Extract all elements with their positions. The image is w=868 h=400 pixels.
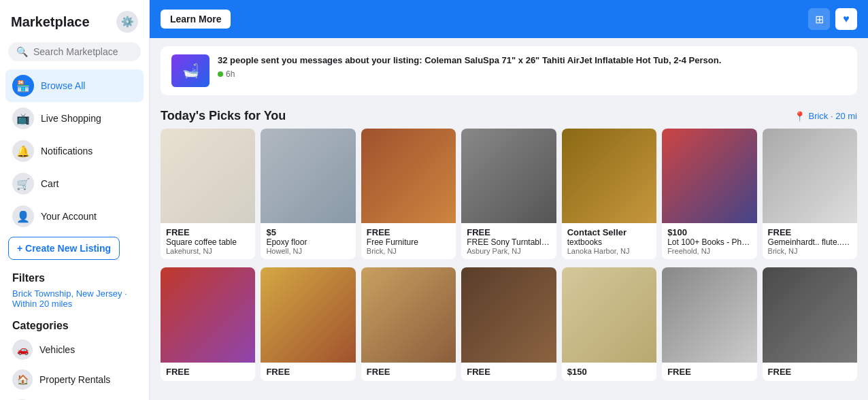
product-price: $150 [567,367,651,377]
product-info: FREE [161,363,255,381]
product-price: FREE [467,227,550,237]
filter-location[interactable]: Brick Township, New Jersey · Within 20 m… [5,287,144,314]
product-image [763,267,857,362]
location-text: Brick · 20 mi [808,111,857,121]
product-grid-row2: FREE FREE FREE FREE [150,267,868,388]
search-icon: 🔍 [16,46,28,57]
product-location: Lakehurst, NJ [166,247,250,255]
nav-icon-live-shopping: 📺 [12,107,34,129]
create-listing-button[interactable]: + Create New Listing [8,237,120,260]
gear-button[interactable]: ⚙️ [116,11,138,33]
product-card[interactable]: $5 Epoxy floor Howell, NJ [261,129,355,259]
sidebar-item-your-account[interactable]: 👤 Your Account [5,200,144,233]
product-info: FREE [662,363,756,381]
new-for-you-time: 6h [226,69,235,79]
product-location: Brick, NJ [367,247,450,255]
product-card[interactable]: FREE FREE Sony Turntable works WITH NEED… [461,129,556,259]
product-price: $5 [266,227,350,237]
nav-icon-your-account: 👤 [12,205,34,227]
product-card[interactable]: FREE [662,267,756,380]
product-image [161,129,255,223]
search-input[interactable] [33,46,133,57]
product-card[interactable]: FREE [763,267,857,380]
product-location: Freehold, NJ [667,247,751,255]
product-info: FREE [461,363,556,381]
sidebar-item-browse-all[interactable]: 🏪 Browse All [5,69,144,102]
product-info: FREE Gemeinhardt.. flute.. make me an of… [763,223,857,259]
product-info: FREE [361,363,456,381]
categories-label: Categories [5,314,144,335]
create-listing-label: + Create New Listing [17,243,111,254]
product-card[interactable]: Contact Seller textbooks Lanoka Harbor, … [562,129,656,259]
categories-list: 🚗 Vehicles 🏠 Property Rentals 👕 Apparel … [5,335,144,400]
product-location: Howell, NJ [266,247,350,255]
search-box[interactable]: 🔍 [8,42,141,61]
product-card[interactable]: FREE [261,267,355,380]
picks-header: Today's Picks for You 📍 Brick · 20 mi [150,101,868,129]
product-card[interactable]: FREE [461,267,556,380]
banner-icons: ⊞ ♥ [808,8,857,30]
heart-icon[interactable]: ♥ [835,8,857,30]
listing-thumbnail: 🛁 [171,54,210,87]
product-info: FREE [261,363,355,381]
nav-items: 🏪 Browse All 📺 Live Shopping 🔔 Notificat… [5,69,144,233]
product-price: FREE [367,367,450,377]
new-for-you-text: 32 people sent you messages about your l… [218,54,846,79]
sidebar-item-cart[interactable]: 🛒 Cart [5,167,144,200]
new-for-you-card[interactable]: 🛁 32 people sent you messages about your… [161,46,857,95]
sidebar: Marketplace ⚙️ 🔍 🏪 Browse All 📺 Live Sho… [0,0,150,400]
product-name: Square coffee table [166,237,250,247]
category-item-property-rentals[interactable]: 🏠 Property Rentals [5,365,144,395]
product-info: $100 Lot 100+ Books - Philosophy, LGBQ, … [662,223,756,259]
product-card[interactable]: FREE [161,267,255,380]
product-price: FREE [768,367,852,377]
product-image [461,267,556,362]
product-card[interactable]: $150 [562,267,656,380]
product-location: Asbury Park, NJ [467,247,550,255]
product-card[interactable]: FREE [361,267,456,380]
thumbnail-image: 🛁 [171,54,210,87]
product-name: textbooks [567,237,651,247]
product-info: Contact Seller textbooks Lanoka Harbor, … [562,223,656,259]
product-info: FREE [763,363,857,381]
product-location: Brick, NJ [768,247,852,255]
nav-label-cart: Cart [41,178,59,189]
product-image [763,129,857,223]
product-image [361,129,456,223]
product-location: Lanoka Harbor, NJ [567,247,651,255]
product-name: Free Furniture [367,237,450,247]
sidebar-item-notifications[interactable]: 🔔 Notifications [5,135,144,167]
product-price: FREE [266,367,350,377]
product-image [261,129,355,223]
nav-icon-browse-all: 🏪 [12,75,34,97]
category-item-vehicles[interactable]: 🚗 Vehicles [5,335,144,365]
category-icon-property-rentals: 🏠 [12,369,33,390]
banner: Learn More ⊞ ♥ [150,0,868,38]
product-name: Gemeinhardt.. flute.. make me an offer [768,237,852,247]
product-info: FREE FREE Sony Turntable works WITH NEED… [461,223,556,259]
pin-icon: 📍 [794,111,805,122]
product-image [261,267,355,362]
new-for-you-message: 32 people sent you messages about your l… [218,54,846,67]
product-image [662,267,756,362]
picks-title: Today's Picks for You [161,109,286,123]
product-card[interactable]: FREE Gemeinhardt.. flute.. make me an of… [763,129,857,259]
product-card[interactable]: FREE Square coffee table Lakehurst, NJ [161,129,255,259]
product-card[interactable]: FREE Free Furniture Brick, NJ [361,129,456,259]
nav-label-live-shopping: Live Shopping [41,113,101,124]
product-card[interactable]: $100 Lot 100+ Books - Philosophy, LGBQ, … [662,129,756,259]
product-price: FREE [166,227,250,237]
sidebar-header: Marketplace ⚙️ [5,8,144,39]
product-image [562,267,656,362]
category-item-apparel[interactable]: 👕 Apparel [5,395,144,400]
product-image [361,267,456,362]
product-image [161,267,255,362]
grid-icon[interactable]: ⊞ [808,8,830,30]
nav-label-notifications: Notifications [41,146,93,156]
learn-more-button[interactable]: Learn More [161,10,231,29]
location-badge[interactable]: 📍 Brick · 20 mi [794,111,857,122]
sidebar-item-live-shopping[interactable]: 📺 Live Shopping [5,102,144,135]
online-dot [218,71,223,77]
product-price: Contact Seller [567,227,651,237]
nav-label-browse-all: Browse All [41,80,85,91]
